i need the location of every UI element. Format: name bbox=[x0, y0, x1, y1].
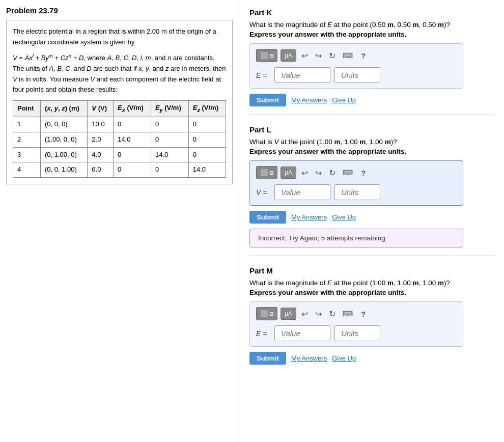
part-l-my-answers-btn[interactable]: My Answers bbox=[291, 213, 327, 221]
part-m-undo-btn[interactable]: ↩ bbox=[299, 308, 310, 320]
part-l-submit-btn[interactable]: Submit bbox=[249, 211, 286, 224]
problem-equation: V = Axl + Bym + Czn + D, where A, B, C, … bbox=[13, 52, 226, 96]
part-m-fractions-btn[interactable]: ⊟ bbox=[256, 307, 277, 320]
part-m-toolbar: ⊟ μA ↩ ↪ ↻ ⌨ ? bbox=[256, 307, 457, 320]
col-ex: Ex (V/m) bbox=[114, 101, 151, 117]
part-k-instruction: Express your answer with the appropriate… bbox=[249, 31, 494, 38]
col-xyz: (x, y, z) (m) bbox=[40, 101, 87, 117]
part-m-my-answers-btn[interactable]: My Answers bbox=[291, 354, 327, 362]
part-k-my-answers-btn[interactable]: My Answers bbox=[291, 96, 327, 104]
left-panel: Problem 23.79 The electric potential in … bbox=[0, 0, 239, 442]
part-l-answer-box: ⊟ μA ↩ ↪ ↻ ⌨ ? V = bbox=[249, 160, 463, 206]
part-l-actions: Submit My Answers Give Up bbox=[249, 211, 494, 224]
part-l-title: Part L bbox=[249, 125, 494, 134]
part-m-title: Part M bbox=[249, 266, 494, 275]
part-l-keyboard-btn[interactable]: ⌨ bbox=[341, 168, 355, 178]
table-row: 1(0, 0, 0)10.0000 bbox=[13, 117, 226, 132]
part-k-title: Part K bbox=[249, 8, 494, 17]
part-k-help-btn[interactable]: ? bbox=[358, 50, 369, 61]
problem-box: The electric potential in a region that … bbox=[6, 20, 233, 184]
part-m-answer-box: ⊟ μA ↩ ↪ ↻ ⌨ ? E = bbox=[249, 301, 463, 347]
part-m-question: What is the magnitude of E at the point … bbox=[249, 279, 494, 287]
part-k-actions: Submit My Answers Give Up bbox=[249, 94, 494, 106]
part-l-input-row: V = bbox=[256, 184, 457, 200]
part-m-input-row: E = bbox=[256, 325, 457, 341]
part-l-instruction: Express your answer with the appropriate… bbox=[249, 148, 494, 155]
part-m-instruction: Express your answer with the appropriate… bbox=[249, 289, 494, 296]
part-k-fractions-btn[interactable]: ⊟ bbox=[256, 49, 277, 62]
part-m-units-input[interactable] bbox=[334, 325, 380, 341]
problem-title: Problem 23.79 bbox=[6, 6, 233, 15]
part-k-input-row: E = bbox=[256, 67, 457, 83]
part-k-keyboard-btn[interactable]: ⌨ bbox=[341, 50, 355, 61]
problem-text-1: The electric potential in a region that … bbox=[13, 26, 226, 48]
part-m-greek-btn[interactable]: μA bbox=[281, 308, 296, 320]
part-k-redo-btn[interactable]: ↪ bbox=[313, 50, 324, 62]
part-l-incorrect-banner: Incorrect; Try Again; 5 attempts remaini… bbox=[249, 229, 463, 247]
part-k: Part K What is the magnitude of E at the… bbox=[249, 8, 494, 115]
part-m-give-up-btn[interactable]: Give Up bbox=[332, 354, 356, 362]
part-m-redo-btn[interactable]: ↪ bbox=[313, 308, 324, 320]
part-m-keyboard-btn[interactable]: ⌨ bbox=[341, 309, 355, 319]
part-l-units-input[interactable] bbox=[334, 184, 380, 200]
part-m-value-input[interactable] bbox=[274, 325, 330, 341]
part-k-units-input[interactable] bbox=[334, 67, 380, 83]
part-k-question: What is the magnitude of E at the point … bbox=[249, 21, 494, 29]
part-m-submit-btn[interactable]: Submit bbox=[249, 352, 286, 365]
col-ey: Ey (V/m) bbox=[151, 101, 188, 117]
data-table: Point (x, y, z) (m) V (V) Ex (V/m) Ey (V… bbox=[13, 100, 226, 178]
part-l-fractions-btn[interactable]: ⊟ bbox=[256, 166, 277, 179]
part-k-give-up-btn[interactable]: Give Up bbox=[332, 96, 356, 104]
part-k-value-input[interactable] bbox=[274, 67, 330, 83]
part-m-var-label: E = bbox=[256, 329, 270, 338]
part-l-refresh-btn[interactable]: ↻ bbox=[327, 167, 338, 179]
part-k-toolbar: ⊟ μA ↩ ↪ ↻ ⌨ ? bbox=[256, 49, 457, 62]
col-ez: Ez (V/m) bbox=[188, 101, 226, 117]
right-panel: Part K What is the magnitude of E at the… bbox=[239, 0, 504, 442]
table-row: 3(0, 1.00, 0)4.0014.00 bbox=[13, 147, 226, 162]
part-k-greek-btn[interactable]: μA bbox=[281, 49, 296, 62]
part-m: Part M What is the magnitude of E at the… bbox=[249, 266, 494, 373]
part-m-refresh-btn[interactable]: ↻ bbox=[327, 308, 338, 320]
part-l-greek-btn[interactable]: μA bbox=[281, 167, 296, 179]
part-l-redo-btn[interactable]: ↪ bbox=[313, 167, 324, 179]
part-l-value-input[interactable] bbox=[274, 184, 330, 200]
col-point: Point bbox=[13, 101, 41, 117]
part-k-var-label: E = bbox=[256, 71, 270, 79]
part-l: Part L What is V at the point (1.00 m, 1… bbox=[249, 125, 494, 256]
part-l-give-up-btn[interactable]: Give Up bbox=[332, 213, 356, 221]
part-k-undo-btn[interactable]: ↩ bbox=[299, 50, 310, 62]
part-k-answer-box: ⊟ μA ↩ ↪ ↻ ⌨ ? E = bbox=[249, 43, 463, 89]
part-l-var-label: V = bbox=[256, 188, 270, 197]
part-k-submit-btn[interactable]: Submit bbox=[249, 94, 286, 106]
table-row: 4(0, 0, 1.00)6.00014.0 bbox=[13, 162, 226, 178]
part-m-help-btn[interactable]: ? bbox=[358, 309, 369, 319]
part-l-undo-btn[interactable]: ↩ bbox=[299, 167, 310, 179]
part-l-toolbar: ⊟ μA ↩ ↪ ↻ ⌨ ? bbox=[256, 166, 457, 179]
part-m-actions: Submit My Answers Give Up bbox=[249, 352, 494, 365]
part-l-question: What is V at the point (1.00 m, 1.00 m, … bbox=[249, 138, 494, 146]
part-l-help-btn[interactable]: ? bbox=[358, 168, 369, 178]
table-row: 2(1.00, 0, 0)2.014.000 bbox=[13, 132, 226, 147]
part-k-refresh-btn[interactable]: ↻ bbox=[327, 50, 338, 62]
col-v: V (V) bbox=[88, 101, 114, 117]
